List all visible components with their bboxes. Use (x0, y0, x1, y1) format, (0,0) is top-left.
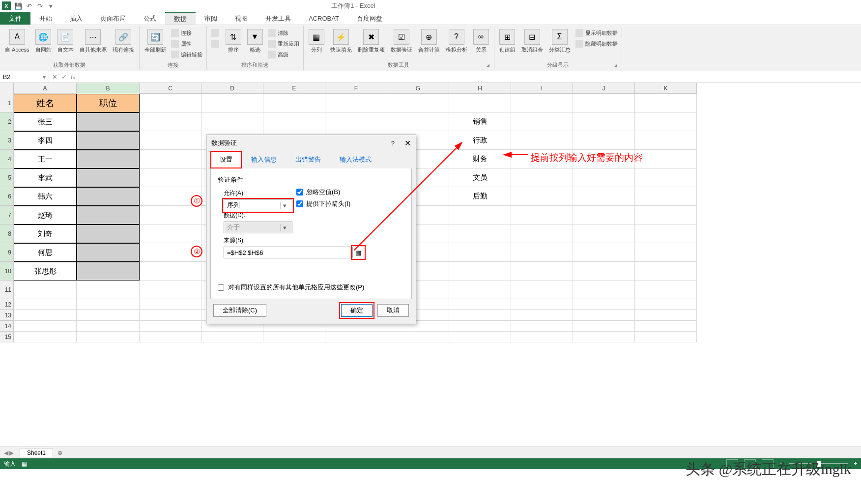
sort-az-button[interactable] (209, 28, 223, 38)
cell-A11[interactable] (14, 280, 77, 299)
cell-H3[interactable]: 行政 (449, 131, 511, 150)
cell-I9[interactable] (511, 243, 573, 262)
from-text-button[interactable]: 📄自文本 (55, 28, 77, 54)
cell-H4[interactable]: 财务 (449, 150, 511, 168)
cell-K14[interactable] (635, 321, 697, 332)
cell-A12[interactable] (14, 299, 77, 310)
cell-F15[interactable] (325, 332, 387, 342)
cell-J2[interactable] (573, 112, 635, 131)
clear-filter-button[interactable]: 清除 (266, 28, 301, 38)
ok-button[interactable]: 确定 (341, 304, 373, 317)
flash-fill-button[interactable]: ⚡快速填充 (327, 28, 355, 54)
cell-H6[interactable]: 后勤 (449, 187, 511, 206)
cell-E2[interactable] (263, 112, 325, 131)
cell-K7[interactable] (635, 206, 697, 224)
cell-I6[interactable] (511, 187, 573, 206)
cell-I7[interactable] (511, 206, 573, 224)
cell-D15[interactable] (201, 332, 263, 342)
cell-I14[interactable] (511, 321, 573, 332)
cell-J11[interactable] (573, 280, 635, 299)
formula-input[interactable] (79, 71, 861, 83)
row-header-8[interactable]: 8 (0, 224, 14, 243)
from-access-button[interactable]: A自 Access (2, 28, 32, 54)
cancel-button[interactable]: 取消 (377, 304, 409, 317)
cell-K15[interactable] (635, 332, 697, 342)
row-header-7[interactable]: 7 (0, 206, 14, 224)
cell-H1[interactable] (449, 94, 511, 112)
cell-B2[interactable] (77, 112, 140, 131)
cell-H2[interactable]: 销售 (449, 112, 511, 131)
col-header-K[interactable]: K (635, 83, 697, 94)
tab-review[interactable]: 审阅 (196, 12, 226, 25)
ignore-blank-checkbox[interactable] (296, 189, 303, 196)
cell-J14[interactable] (573, 321, 635, 332)
cell-C7[interactable] (140, 206, 201, 224)
cell-B9[interactable] (77, 243, 140, 262)
cell-K9[interactable] (635, 243, 697, 262)
cell-H7[interactable] (449, 206, 511, 224)
cell-J9[interactable] (573, 243, 635, 262)
cell-C11[interactable] (140, 280, 201, 299)
col-header-E[interactable]: E (263, 83, 325, 94)
cell-J7[interactable] (573, 206, 635, 224)
cell-F1[interactable] (325, 94, 387, 112)
data-tools-launcher-icon[interactable]: ◢ (485, 63, 491, 69)
name-box[interactable]: B2▾ (0, 71, 49, 83)
tab-data[interactable]: 数据 (165, 12, 196, 25)
cell-J1[interactable] (573, 94, 635, 112)
qat-redo-icon[interactable]: ↷ (34, 1, 45, 11)
tab-acrobat[interactable]: ACROBAT (300, 12, 348, 25)
cell-A1[interactable]: 姓名 (14, 94, 77, 112)
source-input[interactable] (224, 247, 350, 258)
cell-K13[interactable] (635, 310, 697, 321)
cell-J13[interactable] (573, 310, 635, 321)
col-header-A[interactable]: A (14, 83, 77, 94)
group-button[interactable]: ⊞创建组 (496, 28, 518, 54)
cell-H8[interactable] (449, 224, 511, 243)
tab-page-layout[interactable]: 页面布局 (91, 12, 135, 25)
cell-J5[interactable] (573, 168, 635, 187)
show-detail-button[interactable]: 显示明细数据 (574, 28, 620, 38)
cell-C14[interactable] (140, 321, 201, 332)
tab-baidu[interactable]: 百度网盘 (348, 12, 391, 25)
cell-J10[interactable] (573, 262, 635, 280)
chevron-down-icon[interactable]: ▾ (280, 202, 289, 209)
cell-C13[interactable] (140, 310, 201, 321)
properties-button[interactable]: 属性 (169, 39, 204, 49)
edit-links-button[interactable]: 编辑链接 (169, 50, 204, 59)
dialog-tab-settings[interactable]: 设置 (210, 151, 242, 168)
cell-B15[interactable] (77, 332, 140, 342)
what-if-button[interactable]: ?模拟分析 (443, 28, 470, 54)
cell-E15[interactable] (263, 332, 325, 342)
cell-K2[interactable] (635, 112, 697, 131)
row-header-9[interactable]: 9 (0, 243, 14, 262)
subtotal-button[interactable]: Σ分类汇总 (546, 28, 574, 54)
cell-C12[interactable] (140, 299, 201, 310)
cell-I11[interactable] (511, 280, 573, 299)
cell-D1[interactable] (201, 94, 263, 112)
cell-B4[interactable] (77, 150, 140, 168)
row-header-3[interactable]: 3 (0, 131, 14, 150)
from-other-button[interactable]: ⋯自其他来源 (77, 28, 110, 54)
cell-I15[interactable] (511, 332, 573, 342)
hide-detail-button[interactable]: 隐藏明细数据 (574, 39, 620, 49)
cell-G15[interactable] (387, 332, 449, 342)
select-all-corner[interactable] (0, 83, 14, 94)
cell-F2[interactable] (325, 112, 387, 131)
cell-A14[interactable] (14, 321, 77, 332)
cell-I12[interactable] (511, 299, 573, 310)
cell-A13[interactable] (14, 310, 77, 321)
remove-duplicates-button[interactable]: ✖删除重复项 (355, 28, 388, 54)
qat-customize-icon[interactable]: ▾ (45, 1, 56, 11)
row-header-6[interactable]: 6 (0, 187, 14, 206)
cell-A8[interactable]: 刘奇 (14, 224, 77, 243)
col-header-G[interactable]: G (387, 83, 449, 94)
ungroup-button[interactable]: ⊟取消组合 (518, 28, 546, 54)
cell-K3[interactable] (635, 131, 697, 150)
cell-J12[interactable] (573, 299, 635, 310)
col-header-I[interactable]: I (511, 83, 573, 94)
confirm-formula-icon[interactable]: ✓ (61, 73, 67, 81)
cell-I3[interactable] (511, 131, 573, 150)
cancel-formula-icon[interactable]: ✕ (52, 73, 57, 81)
filter-button[interactable]: ▼筛选 (244, 28, 266, 54)
